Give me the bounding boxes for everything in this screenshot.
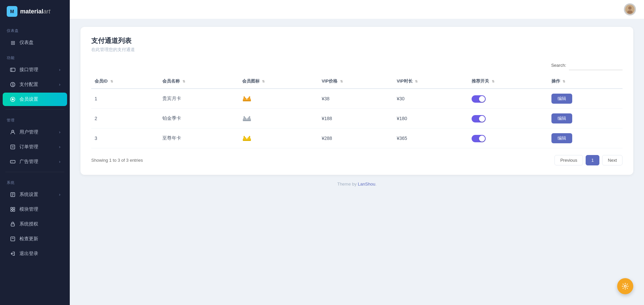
sort-icon[interactable]: ⇅ xyxy=(182,80,185,83)
col-recommend: 推荐开关 ⇅ xyxy=(468,74,548,89)
col-name: 会员名称 ⇅ xyxy=(159,74,238,89)
svg-point-28 xyxy=(249,96,250,97)
sidebar-item-label: 检查更新 xyxy=(19,236,38,242)
sidebar-section-dashboard: 仪表盘 xyxy=(0,23,70,35)
chevron-icon: › xyxy=(59,82,60,87)
sort-icon[interactable]: ⇅ xyxy=(415,80,418,83)
recommend-toggle[interactable] xyxy=(472,135,486,142)
svg-point-37 xyxy=(624,285,626,287)
svg-rect-21 xyxy=(11,237,15,241)
chevron-icon: › xyxy=(59,67,60,72)
logout-icon xyxy=(9,250,16,257)
sidebar-item-check-update[interactable]: 检查更新 xyxy=(3,232,67,246)
cell-recommend xyxy=(468,129,548,148)
sidebar-item-logout[interactable]: 退出登录 xyxy=(3,247,67,260)
svg-point-32 xyxy=(249,116,250,117)
chevron-icon: › xyxy=(59,192,60,197)
sidebar-item-label: 会员设置 xyxy=(19,96,38,102)
chevron-icon: › xyxy=(59,145,60,149)
edit-button[interactable]: 编辑 xyxy=(551,113,572,123)
table-row: 1贵宾月卡 ¥38¥30 编辑 xyxy=(91,89,623,109)
cell-icon xyxy=(239,89,318,109)
sidebar-item-label: 系统设置 xyxy=(19,192,38,198)
svg-rect-29 xyxy=(243,120,251,121)
footer-period: . xyxy=(375,182,377,187)
svg-point-35 xyxy=(244,136,245,137)
search-input[interactable] xyxy=(569,61,623,70)
cell-action: 编辑 xyxy=(548,129,623,148)
cell-recommend xyxy=(468,89,548,109)
sort-icon[interactable]: ⇅ xyxy=(492,80,494,83)
logo-text: materialart xyxy=(20,8,50,15)
sidebar-item-member-settings[interactable]: 会员设置 xyxy=(3,93,67,106)
svg-rect-17 xyxy=(13,207,15,209)
col-vip-price: VIP价格 ⇅ xyxy=(318,74,393,89)
svg-rect-20 xyxy=(11,224,14,226)
cell-id: 3 xyxy=(91,129,159,148)
svg-point-31 xyxy=(244,116,245,117)
cell-name: 贵宾月卡 xyxy=(159,89,238,109)
svg-rect-7 xyxy=(11,145,15,149)
avatar[interactable] xyxy=(624,3,636,15)
sidebar-item-module-mgmt[interactable]: 模块管理 xyxy=(3,203,67,216)
sidebar-item-label: 用户管理 xyxy=(19,129,38,135)
sidebar-item-label: 模块管理 xyxy=(19,206,38,212)
sidebar-item-user-mgmt[interactable]: 用户管理 › xyxy=(3,125,67,139)
cell-action: 编辑 xyxy=(548,109,623,129)
sidebar-item-sys-settings[interactable]: 系统设置 › xyxy=(3,188,67,201)
sidebar-item-label: 广告管理 xyxy=(19,159,38,165)
recommend-toggle[interactable] xyxy=(472,95,486,103)
sidebar-section-admin: 管理 xyxy=(0,112,70,125)
sidebar-item-order-mgmt[interactable]: 订单管理 › xyxy=(3,140,67,154)
main-area: 支付通道列表 在此管理您的支付通道 Search: 会员ID ⇅ 会员名称 ⇅ … xyxy=(70,0,644,305)
sidebar-item-api-mgmt[interactable]: 接口管理 › xyxy=(3,63,67,77)
sidebar-item-label: 支付配置 xyxy=(19,82,38,88)
sort-icon[interactable]: ⇅ xyxy=(110,80,113,83)
sort-icon[interactable]: ⇅ xyxy=(340,80,343,83)
sort-icon[interactable]: ⇅ xyxy=(562,80,565,83)
svg-rect-25 xyxy=(243,100,251,101)
svg-point-5 xyxy=(12,98,14,100)
svg-point-24 xyxy=(627,10,633,14)
pagination: Previous 1 Next xyxy=(554,155,623,165)
edit-button[interactable]: 编辑 xyxy=(551,133,572,143)
page-1-button[interactable]: 1 xyxy=(586,155,599,165)
sidebar-item-dashboard[interactable]: ⊞ 仪表盘 xyxy=(3,36,67,49)
svg-rect-16 xyxy=(11,207,12,209)
sidebar-item-ad-mgmt[interactable]: + 广告管理 › xyxy=(3,155,67,168)
sort-icon[interactable]: ⇅ xyxy=(262,80,265,83)
cell-icon xyxy=(239,129,318,148)
page-title: 支付通道列表 xyxy=(91,36,623,45)
recommend-toggle[interactable] xyxy=(472,115,486,122)
table-row: 3至尊年卡 ¥288¥365 编辑 xyxy=(91,129,623,148)
edit-button[interactable]: 编辑 xyxy=(551,94,572,104)
table-row: 2铂金季卡 ¥188¥180 编辑 xyxy=(91,109,623,129)
logo-icon: M xyxy=(7,6,17,17)
auth-icon xyxy=(9,221,16,227)
cell-id: 1 xyxy=(91,89,159,109)
footer: Theme by LanShou. xyxy=(80,175,633,193)
previous-button[interactable]: Previous xyxy=(554,155,583,165)
sidebar-item-label: 订单管理 xyxy=(19,144,38,150)
sidebar-section-features: 功能 xyxy=(0,50,70,62)
cell-vip-price: ¥288 xyxy=(318,129,393,148)
sys-settings-icon xyxy=(9,191,16,198)
module-icon xyxy=(9,206,16,213)
showing-text: Showing 1 to 3 of 3 entries xyxy=(91,158,143,163)
col-id: 会员ID ⇅ xyxy=(91,74,159,89)
footer-link[interactable]: LanShou xyxy=(358,182,375,187)
page-subtitle: 在此管理您的支付通道 xyxy=(91,47,623,53)
fab-button[interactable] xyxy=(617,278,633,294)
cell-vip-price: ¥188 xyxy=(318,109,393,129)
svg-rect-0 xyxy=(10,68,15,71)
sidebar-item-payment-config[interactable]: $ 支付配置 › xyxy=(3,78,67,91)
next-button[interactable]: Next xyxy=(602,155,623,165)
cell-name: 至尊年卡 xyxy=(159,129,238,148)
order-icon xyxy=(9,144,16,150)
api-icon xyxy=(9,66,16,73)
search-label: Search: xyxy=(551,61,566,70)
svg-text:+: + xyxy=(11,161,13,163)
sidebar-item-sys-auth[interactable]: 系统授权 xyxy=(3,217,67,231)
dashboard-icon: ⊞ xyxy=(9,39,16,46)
pagination-row: Showing 1 to 3 of 3 entries Previous 1 N… xyxy=(91,155,623,165)
